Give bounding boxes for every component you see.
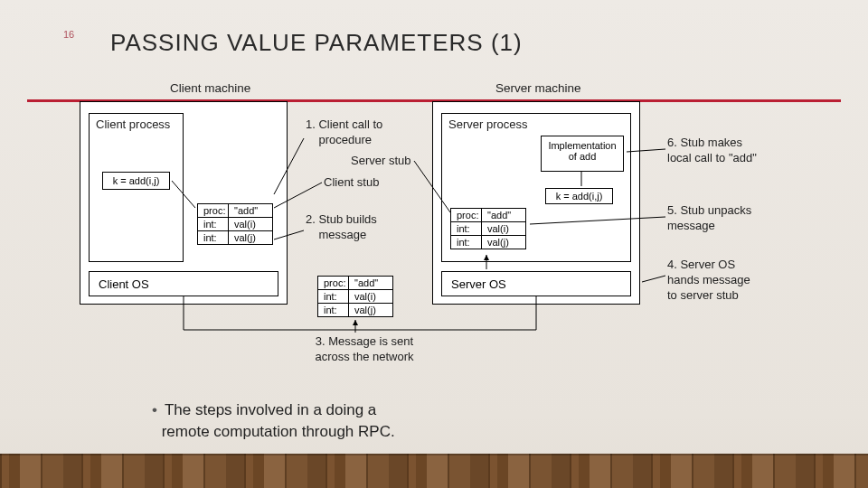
label-server-stub: Server stub — [351, 154, 410, 167]
msg-cell: proc: — [318, 277, 349, 289]
msg-cell: proc: — [198, 204, 229, 217]
s5l2: message — [667, 219, 751, 234]
s4l3: to server stub — [667, 288, 750, 304]
msg-cell: val(j) — [349, 304, 382, 316]
client-call-expr: k = add(i,j) — [102, 172, 170, 190]
msg-cell: val(i) — [349, 290, 382, 303]
msg-cell: val(j) — [229, 231, 261, 244]
step-5: 5. Stub unpacks message — [667, 203, 751, 234]
page-number: 16 — [63, 29, 74, 40]
msg-cell: int: — [198, 231, 229, 244]
bullet-dot: • — [152, 401, 157, 418]
msg-cell: int: — [318, 290, 349, 303]
s4l2: hands message — [667, 273, 750, 288]
label-client-machine: Client machine — [170, 81, 250, 95]
msg-cell: int: — [451, 236, 482, 249]
step-1: 1. Client call to procedure — [306, 117, 382, 148]
msg-cell: val(j) — [482, 236, 514, 249]
client-stub-msg: proc:"add" int:val(i) int:val(j) — [197, 203, 273, 245]
server-os-box: Server OS — [441, 271, 631, 296]
client-os-box: Client OS — [89, 271, 278, 296]
msg-cell: proc: — [451, 209, 482, 221]
msg-cell: "add" — [349, 277, 383, 289]
label-client-process: Client process — [96, 117, 170, 131]
label-client-stub: Client stub — [324, 175, 379, 189]
label-server-process: Server process — [448, 117, 527, 131]
slide-title: PASSING VALUE PARAMETERS (1) — [110, 29, 523, 57]
msg-cell: "add" — [482, 209, 516, 221]
bullet-l2: remote computation through RPC. — [162, 423, 395, 440]
msg-cell: int: — [318, 304, 349, 316]
bullet-l1: The steps involved in a doing a — [165, 401, 376, 418]
s6l1: 6. Stub makes — [667, 136, 757, 151]
msg-cell: val(i) — [229, 218, 261, 230]
step-3: 3. Message is sent across the network — [297, 334, 432, 365]
msg-cell: int: — [198, 218, 229, 230]
impl-add-box: Implementation of add — [541, 136, 624, 172]
svg-line-8 — [642, 276, 665, 282]
msg-cell: int: — [451, 222, 482, 235]
step3-l1: 3. Message is sent — [297, 334, 432, 350]
msg-cell: "add" — [229, 204, 263, 217]
step-2: 2. Stub builds message — [306, 212, 377, 243]
impl-line: of add — [542, 151, 623, 162]
s6l2: local call to "add" — [667, 151, 757, 166]
network-msg: proc:"add" int:val(i) int:val(j) — [317, 276, 393, 317]
s5l1: 5. Stub unpacks — [667, 203, 751, 219]
impl-line: Implementation — [542, 140, 623, 151]
rpc-diagram: Client machine Server machine Client pro… — [71, 81, 794, 384]
step-4: 4. Server OS hands message to server stu… — [667, 258, 750, 304]
step3-l2: across the network — [297, 350, 432, 365]
server-call-expr: k = add(i,j) — [545, 188, 613, 204]
msg-cell: val(i) — [482, 222, 514, 235]
step-6: 6. Stub makes local call to "add" — [667, 136, 757, 166]
s4l1: 4. Server OS — [667, 258, 750, 273]
server-stub-msg: proc:"add" int:val(i) int:val(j) — [450, 208, 526, 249]
bullet-text: •The steps involved in a doing a • remot… — [152, 399, 395, 443]
label-server-machine: Server machine — [495, 81, 581, 95]
wood-floor-texture — [0, 454, 868, 488]
